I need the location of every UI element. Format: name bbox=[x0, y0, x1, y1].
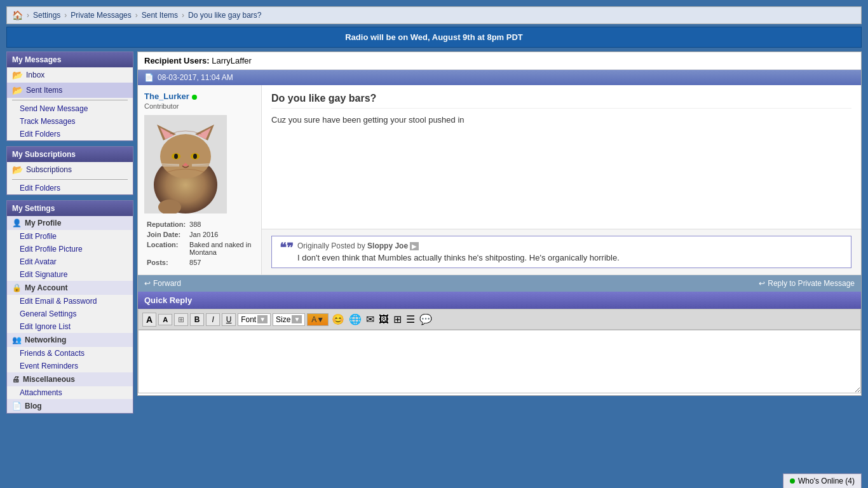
nav-sent-items[interactable]: Sent Items bbox=[142, 11, 178, 20]
sidebar-divider-2 bbox=[12, 179, 128, 180]
recipient-bar: Recipient Users: LarryLaffer bbox=[138, 52, 861, 70]
sidebar-item-inbox[interactable]: 📂 Inbox bbox=[7, 67, 133, 83]
message-text: Cuz you sure have been getting your stoo… bbox=[271, 114, 851, 126]
image-icon-button[interactable]: 🖼 bbox=[377, 313, 390, 327]
location-label: Location: bbox=[146, 240, 187, 257]
color-button[interactable]: A▼ bbox=[307, 313, 329, 326]
quote-header: Originally Posted by Sloppy Joe ▶ bbox=[297, 241, 620, 250]
attachments-link[interactable]: Attachments bbox=[7, 386, 133, 399]
mail-icon-button[interactable]: ✉ bbox=[365, 312, 376, 327]
network-icon: 👥 bbox=[12, 336, 22, 344]
folder-icon-subscriptions: 📂 bbox=[12, 165, 23, 175]
quick-reply-section: Quick Reply A A ⊞ B I U Font bbox=[138, 292, 861, 395]
svg-point-8 bbox=[174, 154, 178, 159]
sidebar-item-subscriptions[interactable]: 📂 Subscriptions bbox=[7, 162, 133, 177]
quote-block: ❝❞ Originally Posted by Sloppy Joe ▶ I d… bbox=[271, 236, 851, 268]
underline-button[interactable]: U bbox=[222, 313, 236, 326]
my-account-group: 🔒 My Account bbox=[7, 281, 133, 295]
folder-icon: 📂 bbox=[12, 70, 23, 80]
online-status-dot bbox=[790, 478, 795, 484]
copy-button[interactable]: ⊞ bbox=[174, 313, 188, 326]
breadcrumb: 🏠 › Settings › Private Messages › Sent I… bbox=[6, 6, 862, 24]
user-title: Contributor bbox=[144, 102, 255, 110]
forward-button[interactable]: ↩ Forward bbox=[144, 279, 181, 288]
main-content: Recipient Users: LarryLaffer 📄 08-03-201… bbox=[137, 51, 862, 396]
username[interactable]: The_Lurker bbox=[144, 92, 189, 101]
increase-size-button[interactable]: A bbox=[142, 313, 156, 327]
blog-group[interactable]: 📄 Blog bbox=[7, 399, 133, 413]
quote-icon-button[interactable]: 💬 bbox=[418, 312, 433, 327]
my-settings-section: My Settings 👤 My Profile Edit Profile Ed… bbox=[6, 200, 133, 414]
edit-folders-link[interactable]: Edit Folders bbox=[7, 128, 133, 140]
quote-marks: ❝❞ bbox=[280, 241, 294, 254]
message-content: Do you like gay bars? Cuz you sure have … bbox=[262, 85, 861, 229]
folder-icon-sent: 📂 bbox=[12, 85, 23, 95]
font-dropdown-arrow[interactable]: ▼ bbox=[257, 315, 268, 323]
reply-button[interactable]: ↩ Reply to Private Message bbox=[759, 279, 855, 288]
quick-reply-header: Quick Reply bbox=[138, 292, 861, 309]
reply-textarea[interactable] bbox=[138, 330, 861, 393]
announcement-bar: Radio will be on Wed, August 9th at 8pm … bbox=[6, 27, 862, 48]
miscellaneous-group: 🖨 Miscellaneous bbox=[7, 372, 133, 386]
edit-profile-picture-link[interactable]: Edit Profile Picture bbox=[7, 243, 133, 255]
smiley-button[interactable]: 😊 bbox=[330, 312, 346, 327]
join-date-label: Join Date: bbox=[146, 230, 187, 239]
message-body: The_Lurker Contributor bbox=[138, 85, 861, 275]
whos-online-bar[interactable]: Who's Online (4) bbox=[783, 473, 862, 488]
track-messages-link[interactable]: Track Messages bbox=[7, 115, 133, 128]
reputation-label: Reputation: bbox=[146, 220, 187, 229]
size-selector[interactable]: Size ▼ bbox=[273, 313, 305, 326]
edit-profile-link[interactable]: Edit Profile bbox=[7, 230, 133, 243]
my-subscriptions-section: My Subscriptions 📂 Subscriptions Edit Fo… bbox=[6, 146, 133, 195]
misc-icon: 🖨 bbox=[12, 375, 20, 384]
user-stats: Reputation: 388 Join Date: Jan 2016 Loca… bbox=[144, 219, 255, 268]
user-avatar bbox=[144, 115, 227, 214]
nav-settings[interactable]: Settings bbox=[33, 11, 60, 20]
nav-private-messages[interactable]: Private Messages bbox=[71, 11, 131, 20]
world-icon-button[interactable]: 🌐 bbox=[348, 312, 363, 327]
edit-avatar-link[interactable]: Edit Avatar bbox=[7, 255, 133, 268]
italic-button[interactable]: I bbox=[206, 313, 220, 326]
join-date-value: Jan 2016 bbox=[188, 230, 254, 239]
quick-reply-toolbar: A A ⊞ B I U Font ▼ bbox=[138, 309, 861, 330]
general-settings-link[interactable]: General Settings bbox=[7, 308, 133, 320]
quote-text: I don't even think that Mumbles actually… bbox=[297, 253, 620, 262]
quote-container: ❝❞ Originally Posted by Sloppy Joe ▶ I d… bbox=[262, 229, 861, 274]
reputation-value: 388 bbox=[188, 220, 254, 229]
bold-button[interactable]: B bbox=[190, 313, 204, 326]
send-new-message-link[interactable]: Send New Message bbox=[7, 102, 133, 115]
quote-author: Sloppy Joe bbox=[367, 241, 408, 250]
edit-folders-link-2[interactable]: Edit Folders bbox=[7, 182, 133, 194]
location-value: Baked and naked in Montana bbox=[188, 240, 254, 257]
my-settings-header: My Settings bbox=[7, 201, 133, 216]
recipient-label: Recipient Users: bbox=[144, 56, 210, 65]
list-icon-button[interactable]: ☰ bbox=[405, 312, 416, 327]
reply-icon: ↩ bbox=[759, 279, 765, 288]
edit-signature-link[interactable]: Edit Signature bbox=[7, 268, 133, 281]
online-indicator bbox=[192, 95, 197, 100]
person-icon: 👤 bbox=[12, 219, 22, 227]
decrease-size-button[interactable]: A bbox=[158, 314, 172, 325]
whos-online-label: Who's Online (4) bbox=[798, 477, 855, 485]
quote-view-link[interactable]: ▶ bbox=[410, 242, 419, 250]
action-bar: ↩ Forward ↩ Reply to Private Message bbox=[138, 275, 861, 292]
nav-current: Do you like gay bars? bbox=[188, 11, 261, 20]
user-panel: The_Lurker Contributor bbox=[138, 85, 262, 274]
sidebar-item-sent[interactable]: 📂 Sent Items bbox=[7, 83, 133, 98]
edit-ignore-list-link[interactable]: Edit Ignore List bbox=[7, 320, 133, 333]
recipient-value: LarryLaffer bbox=[212, 56, 252, 65]
svg-point-9 bbox=[193, 154, 197, 159]
edit-email-password-link[interactable]: Edit Email & Password bbox=[7, 295, 133, 308]
lock-icon: 🔒 bbox=[12, 283, 22, 292]
size-dropdown-arrow[interactable]: ▼ bbox=[292, 315, 302, 323]
message-header: 📄 08-03-2017, 11:04 AM bbox=[138, 70, 861, 85]
event-reminders-link[interactable]: Event Reminders bbox=[7, 360, 133, 372]
user-name-row: The_Lurker bbox=[144, 92, 255, 102]
friends-contacts-link[interactable]: Friends & Contacts bbox=[7, 347, 133, 360]
message-date: 08-03-2017, 11:04 AM bbox=[158, 73, 233, 82]
home-icon: 🏠 bbox=[12, 10, 23, 20]
sidebar: My Messages 📂 Inbox 📂 Sent Items Send Ne… bbox=[6, 51, 133, 419]
table-icon-button[interactable]: ⊞ bbox=[392, 312, 403, 327]
posts-value: 857 bbox=[188, 258, 254, 267]
font-selector[interactable]: Font ▼ bbox=[238, 313, 271, 326]
